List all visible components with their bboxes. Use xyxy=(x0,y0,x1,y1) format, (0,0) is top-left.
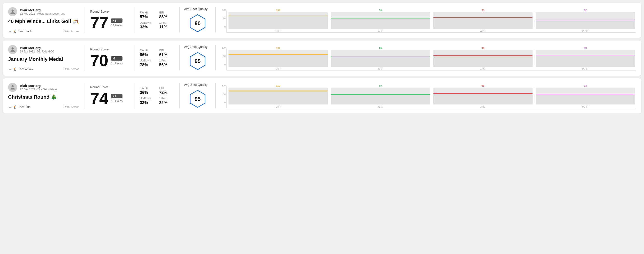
cloud-icon: ☁ xyxy=(8,105,12,109)
svg-text:95: 95 xyxy=(194,96,200,102)
score-label: Round Score xyxy=(90,10,129,13)
avatar xyxy=(8,7,17,16)
oneputt-label: 1 Putt xyxy=(159,97,174,100)
round-title: Christmas Round 🎄 xyxy=(8,94,79,100)
score-badge: -2 xyxy=(111,56,122,61)
bar-top-value: 87 xyxy=(379,84,382,87)
fw-hit-stat: FW Hit 36% xyxy=(140,87,155,95)
updown-value: 33% xyxy=(140,25,155,29)
user-header: Blair McHarg 12 Feb 2022 · Royal North D… xyxy=(8,7,79,16)
bar-top-value: 93 xyxy=(584,84,587,87)
user-date: 29 Jan 2022 · Mill Ride GCC xyxy=(20,50,54,53)
data-source: Data: Arccos xyxy=(64,30,79,33)
chart-column: 93 PUTT xyxy=(536,84,635,108)
bar-top-value: 96 xyxy=(482,47,484,49)
chart-column: 87 APP xyxy=(331,84,430,108)
user-name: Blair McHarg xyxy=(20,46,54,50)
fw-hit-value: 36% xyxy=(140,90,155,95)
oneputt-value: 56% xyxy=(159,63,174,67)
tee-label: Tee: Black xyxy=(18,29,32,33)
round-card: Blair McHarg 12 Feb 2022 · Royal North D… xyxy=(3,3,641,38)
bar-top-value: 86 xyxy=(379,47,382,49)
score-number: 70 xyxy=(90,52,108,69)
bar-label: APP xyxy=(378,105,383,108)
tee-info: ☁ 🏌 Tee: Black xyxy=(8,29,32,33)
stats-grid: FW Hit 36% GIR 72% Up/Down 33% 1 Putt 22… xyxy=(140,87,174,105)
user-info: Blair McHarg 12 Feb 2022 · Royal North D… xyxy=(20,8,65,15)
bar-label: ARG xyxy=(480,30,486,32)
oneputt-value: 22% xyxy=(159,101,174,105)
quality-label: Avg Shot Quality xyxy=(184,83,208,87)
bar-top-value: 101 xyxy=(276,47,280,49)
stats-section: FW Hit 57% GIR 83% Up/Down 33% 1 Putt 11… xyxy=(134,7,180,33)
chart-section: 100 50 0 101 OTT 86 APP xyxy=(216,45,636,71)
user-name: Blair McHarg xyxy=(20,8,65,12)
holes-label: 18 Holes xyxy=(111,61,122,65)
fw-hit-value: 86% xyxy=(140,52,155,57)
fw-hit-value: 57% xyxy=(140,15,155,19)
tee-info: ☁ 🏌 Tee: Yellow xyxy=(8,67,33,71)
stats-grid: FW Hit 57% GIR 83% Up/Down 33% 1 Putt 11… xyxy=(140,11,174,29)
oneputt-stat: 1 Putt 22% xyxy=(159,97,174,105)
chart-column: 101 OTT xyxy=(228,47,328,70)
bag-icon: 🏌 xyxy=(13,67,17,71)
updown-label: Up/Down xyxy=(140,97,155,100)
chart-column: 99 PUTT xyxy=(536,47,635,70)
updown-stat: Up/Down 33% xyxy=(140,97,155,105)
chart-column: 95 ARG xyxy=(433,84,532,108)
quality-section: Avg Shot Quality 95 xyxy=(180,83,216,109)
score-section: Round Score 77 +5 18 Holes xyxy=(85,7,134,33)
user-name: Blair McHarg xyxy=(20,84,57,88)
round-card: Blair McHarg 29 Jan 2022 · Mill Ride GCC… xyxy=(3,40,641,76)
chart-section: 100 50 0 107 OTT 95 APP xyxy=(216,7,636,33)
bar-label: OTT xyxy=(276,68,280,70)
fw-hit-stat: FW Hit 86% xyxy=(140,49,155,57)
score-row: 77 +5 18 Holes xyxy=(90,15,129,31)
gir-stat: GIR 61% xyxy=(159,49,174,57)
score-section: Round Score 74 +2 18 Holes xyxy=(85,83,134,109)
bag-icon: 🏌 xyxy=(13,29,17,33)
fw-hit-stat: FW Hit 57% xyxy=(140,11,155,19)
quality-label: Avg Shot Quality xyxy=(184,45,208,49)
user-header: Blair McHarg 27 Dec 2021 · The Oxfordshi… xyxy=(8,83,79,92)
footer-row: ☁ 🏌 Tee: Yellow Data: Arccos xyxy=(8,67,79,71)
gir-label: GIR xyxy=(159,11,174,14)
round-card: Blair McHarg 27 Dec 2021 · The Oxfordshi… xyxy=(3,78,641,114)
score-meta: +5 18 Holes xyxy=(111,18,122,27)
oneputt-stat: 1 Putt 56% xyxy=(159,59,174,67)
cloud-icon: ☁ xyxy=(8,29,12,33)
updown-value: 33% xyxy=(140,101,155,105)
cloud-icon: ☁ xyxy=(8,67,12,71)
chart-column: 82 PUTT xyxy=(536,9,635,32)
stats-section: FW Hit 86% GIR 61% Up/Down 78% 1 Putt 56… xyxy=(134,45,180,71)
bar-label: ARG xyxy=(480,105,486,108)
score-meta: -2 18 Holes xyxy=(111,56,122,65)
tee-info: ☁ 🏌 Tee: Blue xyxy=(8,105,30,109)
score-row: 70 -2 18 Holes xyxy=(90,52,129,69)
bar-label: OTT xyxy=(276,30,280,32)
chart-column: 98 ARG xyxy=(433,9,532,32)
round-title: January Monthly Medal xyxy=(8,56,79,62)
stats-section: FW Hit 36% GIR 72% Up/Down 33% 1 Putt 22… xyxy=(134,83,180,109)
fw-hit-label: FW Hit xyxy=(140,87,155,90)
fw-hit-label: FW Hit xyxy=(140,49,155,52)
tee-label: Tee: Yellow xyxy=(18,67,33,71)
bar-top-value: 110 xyxy=(276,84,280,87)
bar-label: APP xyxy=(378,68,383,70)
score-meta: +2 18 Holes xyxy=(111,94,122,103)
bar-label: ARG xyxy=(480,68,486,70)
chart-column: 95 APP xyxy=(331,9,430,32)
score-number: 74 xyxy=(90,90,108,107)
left-section: Blair McHarg 29 Jan 2022 · Mill Ride GCC… xyxy=(8,45,85,71)
bar-top-value: 98 xyxy=(482,9,484,11)
gir-label: GIR xyxy=(159,49,174,52)
oneputt-value: 11% xyxy=(159,25,174,29)
score-number: 77 xyxy=(90,15,108,31)
updown-value: 78% xyxy=(140,63,155,67)
bar-top-value: 99 xyxy=(584,47,587,49)
oneputt-stat: 1 Putt 11% xyxy=(159,21,174,29)
updown-label: Up/Down xyxy=(140,59,155,62)
gir-value: 72% xyxy=(159,90,174,95)
quality-section: Avg Shot Quality 90 xyxy=(180,7,216,33)
user-date: 12 Feb 2022 · Royal North Devon GC xyxy=(20,12,65,15)
